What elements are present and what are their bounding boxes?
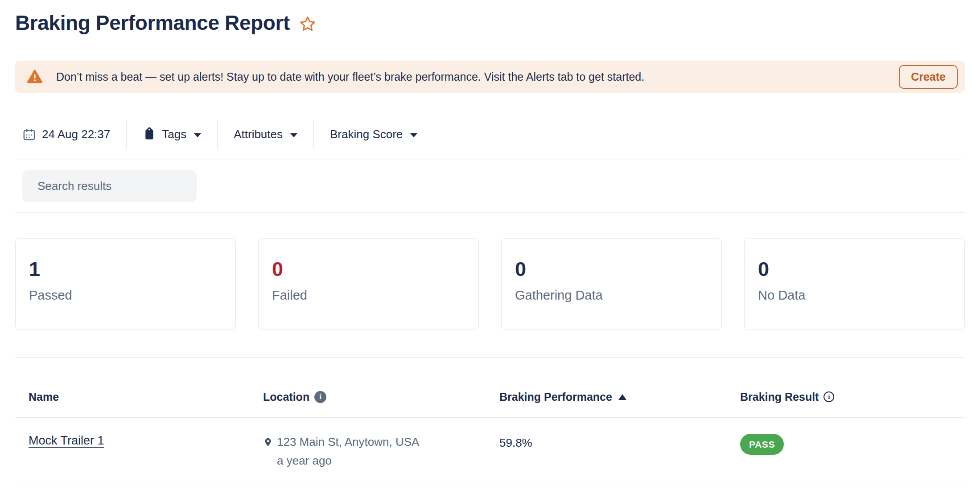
tags-filter-label: Tags [162, 128, 186, 141]
date-range-picker[interactable]: 24 Aug 22:37 [15, 128, 126, 141]
failed-label: Failed [272, 288, 465, 303]
location-timestamp: a year ago [277, 453, 499, 469]
gathering-data-card: 0 Gathering Data [501, 238, 722, 330]
location-address: 123 Main St, Anytown, USA [277, 434, 419, 450]
location-pin-icon [263, 436, 273, 449]
star-icon [299, 15, 317, 33]
column-label: Braking Result [740, 391, 819, 403]
braking-result-cell: PASS [740, 434, 965, 455]
alert-banner: Don’t miss a beat — set up alerts! Stay … [15, 61, 965, 93]
warning-icon [27, 70, 43, 84]
asset-name-cell: Mock Trailer 1 [15, 434, 263, 448]
braking-score-filter-label: Braking Score [330, 128, 403, 141]
table-row: Mock Trailer 1 123 Main St, Anytown, USA… [15, 418, 965, 487]
passed-count: 1 [29, 259, 222, 279]
divider [15, 487, 965, 487]
braking-performance-cell: 59.8% [499, 434, 740, 451]
chevron-down-icon [290, 133, 297, 137]
column-header-name[interactable]: Name [15, 391, 263, 403]
column-label: Name [29, 391, 59, 403]
favorite-star-icon[interactable] [299, 15, 317, 33]
filter-bar: 24 Aug 22:37 Tags Attributes Braking Sco… [15, 109, 965, 160]
failed-card: 0 Failed [258, 238, 479, 330]
page-title: Braking Performance Report [15, 11, 290, 35]
info-icon[interactable]: i [824, 391, 834, 402]
attributes-filter-label: Attributes [234, 128, 283, 141]
gathering-data-label: Gathering Data [515, 288, 708, 303]
no-data-card: 0 No Data [744, 238, 965, 330]
passed-label: Passed [29, 288, 222, 303]
column-header-location[interactable]: Location i [263, 391, 499, 403]
no-data-count: 0 [758, 259, 951, 279]
alert-message: Don’t miss a beat — set up alerts! Stay … [56, 70, 644, 83]
search-row [15, 160, 965, 212]
create-alert-button[interactable]: Create [899, 65, 958, 89]
column-label: Location [263, 391, 309, 403]
location-cell: 123 Main St, Anytown, USA a year ago [263, 434, 499, 469]
braking-score-filter-dropdown[interactable]: Braking Score [314, 128, 433, 141]
tags-filter-dropdown[interactable]: Tags [127, 128, 217, 141]
info-icon[interactable]: i [314, 391, 326, 403]
search-input[interactable] [37, 179, 188, 193]
calendar-icon [22, 128, 36, 141]
chevron-down-icon [410, 133, 417, 137]
tag-icon [140, 125, 159, 144]
results-table-header: Name Location i Braking Performance Brak… [15, 358, 965, 417]
divider [15, 212, 965, 213]
column-header-braking-result[interactable]: Braking Result i [740, 391, 965, 403]
no-data-label: No Data [758, 288, 951, 303]
search-box[interactable] [22, 170, 197, 202]
gathering-data-count: 0 [515, 259, 708, 279]
date-range-value: 24 Aug 22:37 [42, 128, 110, 141]
attributes-filter-dropdown[interactable]: Attributes [218, 128, 313, 141]
column-header-braking-performance[interactable]: Braking Performance [499, 391, 740, 403]
passed-card: 1 Passed [15, 238, 236, 330]
braking-performance-report-page: Braking Performance Report Don’t miss a … [0, 0, 980, 487]
sort-ascending-icon [618, 394, 626, 400]
failed-count: 0 [272, 259, 465, 279]
page-header: Braking Performance Report [15, 0, 965, 35]
summary-cards: 1 Passed 0 Failed 0 Gathering Data 0 No … [15, 238, 965, 330]
column-label: Braking Performance [499, 391, 612, 403]
chevron-down-icon [194, 133, 201, 137]
asset-name-link[interactable]: Mock Trailer 1 [29, 434, 104, 447]
pass-status-badge: PASS [740, 434, 784, 455]
